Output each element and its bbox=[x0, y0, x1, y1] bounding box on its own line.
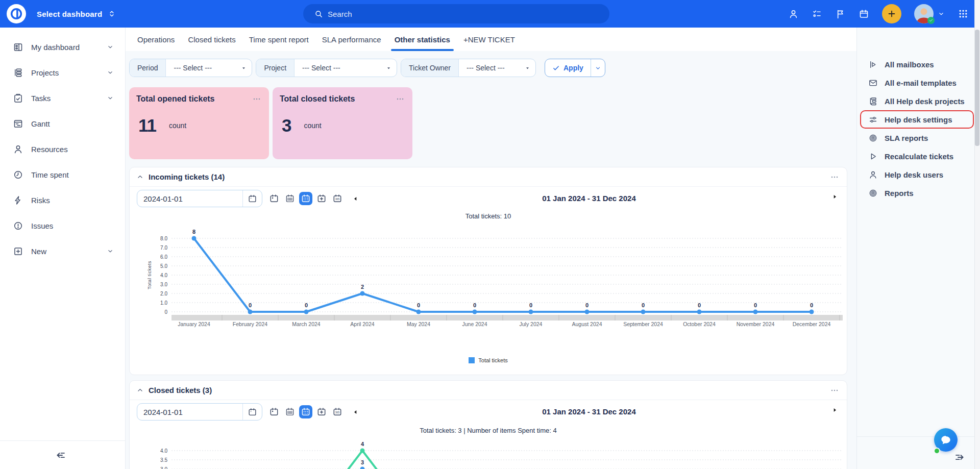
sidebar-item-new[interactable]: New bbox=[0, 238, 125, 264]
calendar-plus-icon bbox=[316, 407, 327, 417]
calendar-365-icon: 365 bbox=[332, 193, 342, 204]
svg-text:365: 365 bbox=[335, 198, 340, 201]
calendar-month-button[interactable] bbox=[299, 405, 312, 418]
more-menu-icon[interactable] bbox=[829, 172, 840, 182]
legend-item-total-tickets[interactable]: Total tickets bbox=[130, 357, 847, 363]
svg-text:3.5: 3.5 bbox=[160, 457, 167, 463]
sidebar-item-time-spent[interactable]: Time spent bbox=[0, 162, 125, 187]
calendar-month-button[interactable] bbox=[299, 192, 312, 205]
apply-options-button[interactable] bbox=[591, 59, 605, 77]
calendar-week-button[interactable] bbox=[283, 192, 297, 205]
clock-icon bbox=[13, 169, 23, 180]
date-range-title: 01 Jan 2024 - 31 Dec 2024 bbox=[487, 407, 691, 416]
incoming-tickets-panel: Incoming tickets (14) 365 01 Jan 2024 - … bbox=[129, 167, 847, 375]
apps-grid-icon[interactable] bbox=[958, 8, 969, 19]
previous-period-icon[interactable] bbox=[353, 409, 358, 415]
tab-time-spent-report[interactable]: Time spent report bbox=[242, 35, 315, 51]
calendar-week-button[interactable] bbox=[283, 405, 297, 418]
chart-toolbar: 365 bbox=[137, 190, 358, 207]
calendar-day-button[interactable] bbox=[267, 405, 281, 418]
tab-new-ticket[interactable]: +NEW TICKET bbox=[457, 35, 522, 51]
svg-text:0: 0 bbox=[473, 302, 476, 308]
date-input[interactable] bbox=[137, 404, 242, 420]
calendar-year-button[interactable]: 365 bbox=[331, 405, 344, 418]
tab-operations[interactable]: Operations bbox=[131, 35, 181, 51]
svg-text:October 2024: October 2024 bbox=[683, 321, 716, 327]
svg-text:0: 0 bbox=[754, 302, 757, 308]
sidebar-item-my-dashboard[interactable]: My dashboard bbox=[0, 34, 125, 60]
ticket-owner-select[interactable]: --- Select --- bbox=[459, 59, 535, 77]
next-period-icon[interactable] bbox=[832, 194, 838, 200]
more-menu-icon[interactable] bbox=[829, 385, 840, 396]
menu-item-help-desk-settings[interactable]: Help desk settings bbox=[860, 110, 974, 129]
calendar-quarter-button[interactable] bbox=[315, 192, 328, 205]
collapse-sidebar-icon[interactable] bbox=[55, 449, 67, 461]
user-menu[interactable] bbox=[914, 4, 945, 23]
date-picker-button[interactable] bbox=[242, 190, 262, 207]
page-scrollbar-thumb[interactable] bbox=[975, 30, 979, 146]
chat-online-dot bbox=[934, 448, 940, 454]
period-select[interactable]: --- Select --- bbox=[166, 59, 252, 77]
svg-text:December 2024: December 2024 bbox=[793, 321, 831, 327]
tab-other-statistics[interactable]: Other statistics bbox=[388, 35, 457, 51]
sidebar-item-projects[interactable]: Projects bbox=[0, 60, 125, 85]
more-menu-icon[interactable] bbox=[252, 94, 262, 104]
svg-text:January 2024: January 2024 bbox=[178, 321, 210, 327]
date-picker-button[interactable] bbox=[242, 404, 262, 420]
more-menu-icon[interactable] bbox=[395, 94, 405, 104]
search-icon bbox=[314, 10, 323, 18]
topbar-actions bbox=[788, 0, 969, 28]
dashboard-selector[interactable]: Select dashboard bbox=[37, 10, 116, 18]
menu-item-all-email-templates[interactable]: All e-mail templates bbox=[860, 73, 974, 92]
svg-text:2: 2 bbox=[361, 284, 364, 290]
sidebar-item-label: Tasks bbox=[31, 94, 51, 103]
menu-item-recalculate-tickets[interactable]: Recalculate tickets bbox=[860, 147, 974, 165]
previous-period-icon[interactable] bbox=[353, 196, 358, 202]
sidebar-item-label: Issues bbox=[31, 221, 53, 230]
todo-list-icon[interactable] bbox=[812, 9, 822, 19]
online-status-badge bbox=[927, 17, 935, 24]
sidebar-item-risks[interactable]: Risks bbox=[0, 187, 125, 213]
chevron-down-icon[interactable] bbox=[107, 248, 114, 255]
sidebar-item-issues[interactable]: Issues bbox=[0, 213, 125, 238]
next-period-icon[interactable] bbox=[832, 407, 838, 413]
sidebar-item-gantt[interactable]: Gantt bbox=[0, 111, 125, 136]
svg-text:Total tickets: Total tickets bbox=[146, 261, 152, 289]
apply-button[interactable]: Apply bbox=[545, 59, 591, 77]
menu-item-reports[interactable]: Reports bbox=[860, 184, 974, 202]
collapse-right-panel-icon[interactable] bbox=[953, 451, 966, 463]
chart-toolbar: 365 bbox=[137, 403, 358, 421]
sidebar-item-tasks[interactable]: Tasks bbox=[0, 85, 125, 111]
calendar-year-button[interactable]: 365 bbox=[331, 192, 344, 205]
tab-label: Other statistics bbox=[395, 35, 450, 44]
calendar-icon[interactable] bbox=[859, 9, 869, 19]
chevron-down-icon[interactable] bbox=[107, 94, 114, 102]
svg-text:0: 0 bbox=[417, 302, 420, 308]
calendar-day-button[interactable] bbox=[267, 192, 281, 205]
sidebar-item-resources[interactable]: Resources bbox=[0, 136, 125, 162]
collapse-panel-icon[interactable] bbox=[137, 387, 143, 393]
project-filter: Project --- Select --- bbox=[256, 59, 397, 77]
app-logo[interactable] bbox=[7, 4, 26, 23]
card-title: Total closed tickets bbox=[280, 94, 355, 104]
calendar-quarter-button[interactable] bbox=[315, 405, 328, 418]
date-input[interactable] bbox=[137, 190, 242, 207]
sidebar-item-label: Projects bbox=[31, 68, 59, 77]
tab-label: +NEW TICKET bbox=[463, 35, 515, 44]
menu-item-all-mailboxes[interactable]: All mailboxes bbox=[860, 55, 974, 73]
search-input[interactable] bbox=[328, 10, 583, 18]
chevron-down-icon[interactable] bbox=[107, 69, 114, 76]
flag-icon[interactable] bbox=[835, 9, 846, 19]
menu-item-sla-reports[interactable]: SLA reports bbox=[860, 129, 974, 147]
apply-split-button: Apply bbox=[545, 59, 605, 77]
quick-add-button[interactable] bbox=[882, 4, 901, 23]
search-bar[interactable] bbox=[303, 4, 609, 23]
collapse-panel-icon[interactable] bbox=[137, 174, 143, 180]
menu-item-all-help-desk-projects[interactable]: All Help desk projects bbox=[860, 92, 974, 110]
chevron-down-icon[interactable] bbox=[107, 43, 114, 51]
project-select[interactable]: --- Select --- bbox=[295, 59, 397, 77]
tab-closed-tickets[interactable]: Closed tickets bbox=[181, 35, 242, 51]
menu-item-help-desk-users[interactable]: Help desk users bbox=[860, 165, 974, 184]
tab-sla-performance[interactable]: SLA performance bbox=[315, 35, 388, 51]
profile-icon[interactable] bbox=[788, 9, 799, 19]
